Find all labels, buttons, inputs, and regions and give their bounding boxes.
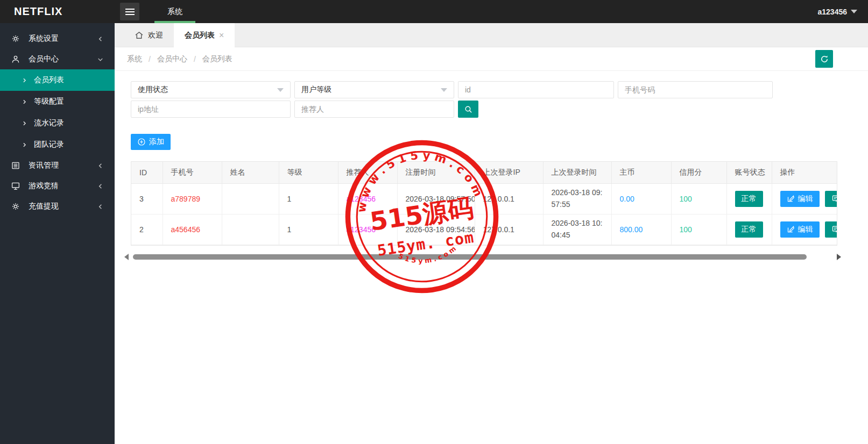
phone-input[interactable] [618,81,773,98]
level-select-value: 用户等级 [301,85,331,95]
gear-icon [11,202,20,211]
username: a123456 [817,8,847,16]
chevron-right-icon [22,77,27,83]
monitor-icon [11,181,20,191]
chevron-right-icon [22,142,27,148]
sidebar-item-system-settings[interactable]: 系统设置 [0,28,115,49]
user-menu[interactable]: a123456 [817,8,857,16]
topnav-item-system[interactable]: 系统 [152,0,197,23]
sidebar-item-label: 游戏竞猜 [29,181,59,191]
chevron-down-icon [441,88,447,92]
cell-reg-time: 2026-03-18 09:57:50 [397,183,475,214]
detail-button[interactable]: 详情 [825,221,838,238]
tab-bar: 欢迎 会员列表 × [115,23,868,47]
table-row: 3 a789789 1 a123456 2026-03-18 09:57:50 … [131,183,837,214]
sidebar-item-label: 会员中心 [29,54,59,64]
close-icon[interactable]: × [219,31,224,40]
search-button[interactable] [458,101,478,118]
cell-referrer: a123456 [338,214,397,245]
home-icon [135,31,144,40]
cell-name [222,183,279,214]
scrollbar-track[interactable] [132,254,834,260]
tab-welcome[interactable]: 欢迎 [124,23,174,47]
sidebar-subitem-level-config[interactable]: 等级配置 [0,91,115,112]
cell-coin: 800.00 [611,214,671,245]
edit-button-label: 编辑 [798,225,813,234]
tab-label: 欢迎 [148,31,163,40]
status-normal-button[interactable]: 正常 [735,191,763,207]
app-logo: NETFLIX [0,5,115,18]
hamburger-menu-icon[interactable] [120,3,139,20]
edit-button-label: 编辑 [798,194,813,204]
breadcrumb-row: 系统 / 会员中心 / 会员列表 [115,47,868,71]
cell-status: 正常 [726,214,772,245]
cell-referrer: a123456 [338,183,397,214]
cell-level: 1 [279,183,338,214]
detail-button[interactable]: 详情 [825,191,838,207]
gear-icon [11,34,20,44]
scroll-right-arrow-icon[interactable] [837,254,841,260]
edit-button[interactable]: 编辑 [780,191,820,207]
cell-phone: a456456 [163,214,222,245]
sidebar-subitem-label: 会员列表 [34,75,64,85]
col-header-status: 账号状态 [726,162,772,183]
breadcrumb: 系统 / 会员中心 / 会员列表 [127,54,232,64]
add-button-label: 添加 [149,137,164,147]
status-select-value: 使用状态 [138,85,168,95]
sidebar-item-label: 系统设置 [29,34,59,44]
col-header-last-ip: 上次登录IP [475,162,543,183]
cell-last-time: 2026-03-18 10:04:45 [543,214,611,245]
cell-actions: 编辑 详情 [772,183,837,214]
sidebar-item-news-management[interactable]: 资讯管理 [0,155,115,176]
chevron-left-icon [97,203,104,210]
status-select[interactable]: 使用状态 [131,81,291,98]
edit-button[interactable]: 编辑 [780,221,820,238]
cell-actions: 编辑 详情 [772,214,837,245]
col-header-level: 等级 [279,162,338,183]
cell-coin: 0.00 [611,183,671,214]
chevron-down-icon [277,88,284,92]
level-select[interactable]: 用户等级 [294,81,454,98]
cell-last-time: 2026-03-18 09:57:55 [543,183,611,214]
sidebar-subitem-label: 团队记录 [34,140,64,149]
add-button[interactable]: 添加 [131,134,171,150]
cell-credit: 100 [671,214,726,245]
scroll-left-arrow-icon[interactable] [124,254,129,260]
cell-last-ip: 127.0.0.1 [475,183,543,214]
cell-reg-time: 2026-03-18 09:54:56 [397,214,475,245]
sidebar-item-game-guess[interactable]: 游戏竞猜 [0,176,115,196]
ip-input[interactable] [131,101,291,118]
referrer-input[interactable] [294,101,454,118]
table-header-row: ID 手机号 姓名 等级 推荐人 注册时间 上次登录IP 上次登录时间 主币 信… [131,162,837,183]
chevron-down-icon [851,10,857,13]
search-icon [464,105,473,114]
col-header-id: ID [131,162,163,183]
refresh-button[interactable] [815,50,833,68]
sidebar: 系统设置 会员中心 会员列表 等级配置 流水记录 团队记录 资讯管理 游戏竞猜 … [0,23,115,444]
id-input[interactable] [458,81,614,98]
sidebar-item-member-center[interactable]: 会员中心 [0,49,115,69]
cell-name [222,214,279,245]
status-normal-button[interactable]: 正常 [735,221,763,238]
col-header-phone: 手机号 [163,162,222,183]
user-icon [11,54,20,64]
tab-member-list[interactable]: 会员列表 × [174,23,235,47]
sidebar-subitem-label: 等级配置 [34,97,64,106]
topnav-label: 系统 [167,7,182,17]
sidebar-item-recharge-withdraw[interactable]: 充值提现 [0,196,115,217]
sidebar-item-label: 资讯管理 [29,161,59,170]
chevron-left-icon [97,35,104,42]
tab-label: 会员列表 [185,31,215,40]
sidebar-subitem-flow-records[interactable]: 流水记录 [0,112,115,134]
breadcrumb-item-member-list: 会员列表 [202,54,232,64]
sidebar-subitem-label: 流水记录 [34,118,64,128]
refresh-icon [820,54,829,64]
scrollbar-thumb[interactable] [133,254,807,260]
chevron-left-icon [97,183,104,190]
sidebar-subitem-member-list[interactable]: 会员列表 [0,69,115,91]
sidebar-subitem-team-records[interactable]: 团队记录 [0,134,115,155]
col-header-credit: 信用分 [671,162,726,183]
cell-status: 正常 [726,183,772,214]
cell-last-ip: 127.0.0.1 [475,214,543,245]
plus-circle-icon [137,138,146,146]
